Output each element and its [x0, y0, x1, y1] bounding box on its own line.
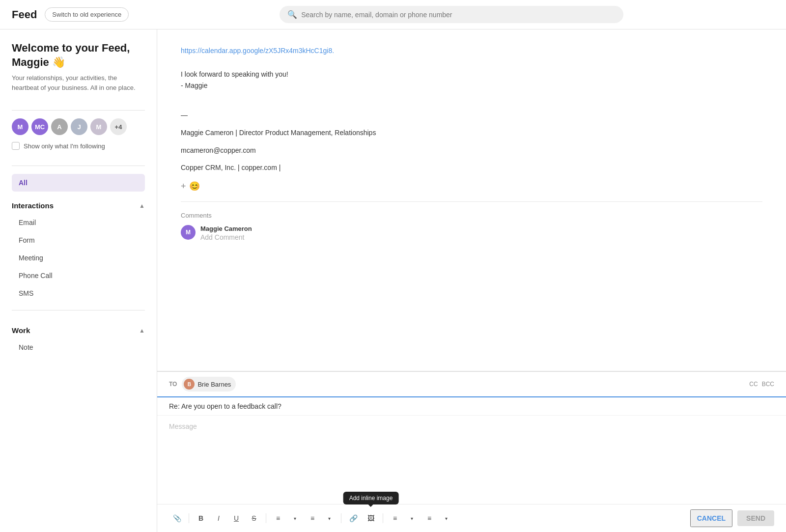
- avatar-row: M MC A J M +4: [12, 118, 145, 135]
- work-chevron-icon: ▲: [139, 327, 145, 334]
- more-dropdown[interactable]: ▾: [438, 510, 454, 526]
- toolbar-sep-2: [266, 513, 266, 523]
- email-sig-email: mcameron@copper.com: [181, 145, 762, 157]
- compose-message-input[interactable]: Message: [169, 422, 774, 430]
- sidebar-item-meeting[interactable]: Meeting: [12, 249, 145, 267]
- toolbar-sep-1: [189, 513, 189, 523]
- sidebar-item-phone-call[interactable]: Phone Call: [12, 267, 145, 284]
- compose-message-area: Message: [157, 416, 786, 504]
- email-body-text: I look forward to speaking with you!: [181, 69, 762, 81]
- align-dropdown[interactable]: ▾: [404, 510, 420, 526]
- recipient-avatar: B: [184, 379, 195, 390]
- email-sig-company: Copper CRM, Inc. | copper.com |: [181, 162, 762, 174]
- comments-divider: [181, 201, 762, 202]
- comments-section: Comments M Maggie Cameron Add Comment: [181, 212, 762, 241]
- work-section-header[interactable]: Work ▲: [12, 318, 145, 338]
- reaction-bar: + 😊: [181, 181, 762, 192]
- cc-bcc-buttons: CC BCC: [749, 381, 774, 388]
- interactions-section-header[interactable]: Interactions ▲: [12, 194, 145, 214]
- more-button[interactable]: ≡: [421, 510, 437, 526]
- sidebar-item-form[interactable]: Form: [12, 231, 145, 249]
- bullet-list-group: ≡ ▾: [270, 510, 303, 526]
- follow-label: Show only what I'm following: [24, 142, 105, 150]
- work-title: Work: [12, 326, 30, 335]
- sidebar-divider-1: [12, 110, 145, 111]
- italic-button[interactable]: I: [211, 510, 226, 526]
- follow-row: Show only what I'm following: [12, 142, 145, 150]
- sidebar-item-note[interactable]: Note: [12, 338, 145, 356]
- all-filter-button[interactable]: All: [12, 174, 145, 192]
- email-sig-name-initial: - Maggie: [181, 80, 762, 92]
- send-button[interactable]: SEND: [737, 510, 774, 526]
- link-button[interactable]: 🔗: [345, 510, 361, 526]
- recipient-name: Brie Barnes: [197, 381, 231, 388]
- email-body: https://calendar.app.google/zX5JRx4m3kHc…: [181, 45, 762, 174]
- avatar-j[interactable]: J: [71, 118, 87, 135]
- strikethrough-button[interactable]: S: [246, 510, 262, 526]
- commenter-avatar: M: [181, 225, 196, 240]
- email-sig-fullname: Maggie Cameron | Director Product Manage…: [181, 127, 762, 139]
- compose-to-label: TO: [169, 381, 177, 388]
- search-input[interactable]: [301, 11, 616, 19]
- avatar-photo[interactable]: MC: [31, 118, 48, 135]
- compose-area: TO B Brie Barnes CC BCC Re: Are you open…: [157, 371, 786, 532]
- welcome-title: Welcome to your Feed, Maggie 👋: [12, 41, 145, 69]
- comment-content: Maggie Cameron Add Comment: [200, 225, 252, 241]
- commenter-name: Maggie Cameron: [200, 225, 252, 232]
- recipient-chip[interactable]: B Brie Barnes: [182, 377, 236, 392]
- sidebar-welcome: Welcome to your Feed, Maggie 👋 Your rela…: [12, 41, 145, 92]
- sidebar-item-email[interactable]: Email: [12, 214, 145, 231]
- interactions-items: Email Form Meeting Phone Call SMS: [12, 214, 145, 302]
- bullet-list-button[interactable]: ≡: [270, 510, 286, 526]
- cancel-button[interactable]: CANCEL: [690, 509, 732, 527]
- avatar-m2[interactable]: M: [90, 118, 107, 135]
- compose-toolbar: 📎 B I U S ≡ ▾ ≡ ▾ 🔗 🖼: [157, 504, 786, 532]
- layout: Welcome to your Feed, Maggie 👋 Your rela…: [0, 29, 786, 532]
- bcc-button[interactable]: BCC: [762, 381, 774, 388]
- comments-label: Comments: [181, 212, 762, 219]
- align-button[interactable]: ≡: [387, 510, 403, 526]
- sidebar-divider-2: [12, 166, 145, 166]
- email-thread-content: https://calendar.app.google/zX5JRx4m3kHc…: [157, 29, 786, 371]
- switch-experience-button[interactable]: Switch to old experience: [45, 7, 129, 22]
- header: Feed Switch to old experience 🔍: [0, 0, 786, 29]
- compose-subject-row: Re: Are you open to a feedback call?: [157, 397, 786, 416]
- avatar-count[interactable]: +4: [110, 118, 127, 135]
- inline-image-tooltip: Add inline image: [343, 492, 399, 504]
- comment-input[interactable]: Add Comment: [200, 233, 252, 241]
- work-items: Note: [12, 338, 145, 356]
- search-icon: 🔍: [287, 10, 297, 19]
- avatar-m[interactable]: M: [12, 118, 28, 135]
- sidebar-item-sms[interactable]: SMS: [12, 284, 145, 302]
- inline-image-button[interactable]: 🖼: [363, 510, 379, 526]
- more-group: ≡ ▾: [421, 510, 454, 526]
- bold-button[interactable]: B: [193, 510, 209, 526]
- sidebar-divider-3: [12, 310, 145, 310]
- toolbar-right: CANCEL SEND: [690, 509, 774, 527]
- bullet-list-dropdown[interactable]: ▾: [287, 510, 303, 526]
- email-url: https://calendar.app.google/zX5JRx4m3kHc…: [181, 45, 762, 57]
- emoji-reaction[interactable]: 😊: [189, 181, 200, 192]
- toolbar-sep-3: [341, 513, 341, 523]
- toolbar-sep-4: [383, 513, 383, 523]
- sidebar: Welcome to your Feed, Maggie 👋 Your rela…: [0, 29, 157, 532]
- numbered-list-group: ≡ ▾: [305, 510, 337, 526]
- align-group: ≡ ▾: [387, 510, 420, 526]
- welcome-subtitle: Your relationships, your activities, the…: [12, 73, 145, 92]
- email-sig-line: —: [181, 110, 762, 121]
- compose-subject[interactable]: Re: Are you open to a feedback call?: [169, 402, 774, 410]
- avatar-a[interactable]: A: [51, 118, 68, 135]
- add-reaction-button[interactable]: +: [181, 181, 186, 192]
- comment-row: M Maggie Cameron Add Comment: [181, 225, 762, 241]
- main-content: https://calendar.app.google/zX5JRx4m3kHc…: [157, 29, 786, 532]
- underline-button[interactable]: U: [228, 510, 244, 526]
- interactions-chevron-icon: ▲: [139, 202, 145, 209]
- compose-to-row: TO B Brie Barnes CC BCC: [157, 372, 786, 397]
- follow-checkbox[interactable]: [12, 142, 20, 150]
- numbered-list-dropdown[interactable]: ▾: [321, 510, 337, 526]
- interactions-title: Interactions: [12, 201, 54, 210]
- inline-img-container: 🖼 Add inline image: [363, 510, 379, 526]
- attach-button[interactable]: 📎: [169, 510, 185, 526]
- numbered-list-button[interactable]: ≡: [305, 510, 320, 526]
- cc-button[interactable]: CC: [749, 381, 758, 388]
